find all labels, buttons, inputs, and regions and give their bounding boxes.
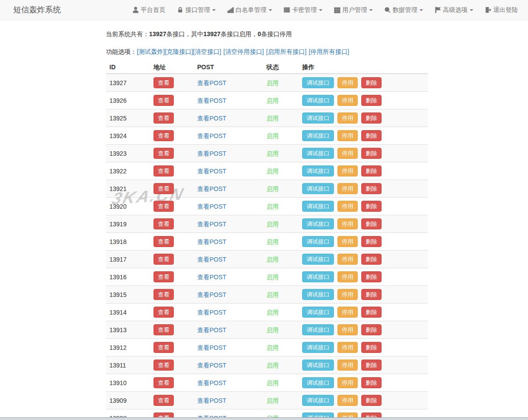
nav-item-8[interactable]: 退出登陆 xyxy=(479,0,524,20)
view-address-button[interactable]: 查看 xyxy=(154,271,174,282)
view-post-link[interactable]: 查看POST xyxy=(197,256,226,263)
view-address-button[interactable]: 查看 xyxy=(154,236,174,247)
function-link-3[interactable]: [清空接口] xyxy=(193,48,221,55)
view-post-link[interactable]: 查看POST xyxy=(197,397,226,404)
view-address-button[interactable]: 查看 xyxy=(154,165,174,176)
view-address-button[interactable]: 查看 xyxy=(154,183,174,194)
view-address-button[interactable]: 查看 xyxy=(154,95,174,106)
disable-button[interactable]: 停用 xyxy=(337,289,358,300)
view-post-link[interactable]: 查看POST xyxy=(197,326,226,334)
view-post-link[interactable]: 查看POST xyxy=(197,168,226,175)
nav-item-5[interactable]: 用户管理 xyxy=(328,0,378,20)
disable-button[interactable]: 停用 xyxy=(337,130,358,141)
disable-button[interactable]: 停用 xyxy=(337,307,358,318)
disable-button[interactable]: 停用 xyxy=(337,218,358,229)
delete-button[interactable]: 删除 xyxy=(361,289,382,300)
delete-button[interactable]: 删除 xyxy=(361,112,382,124)
disable-button[interactable]: 停用 xyxy=(337,254,358,265)
delete-button[interactable]: 删除 xyxy=(361,165,382,176)
disable-button[interactable]: 停用 xyxy=(337,271,358,282)
nav-item-7[interactable]: 高级选项 xyxy=(429,0,479,20)
debug-interface-button[interactable]: 调试接口 xyxy=(302,165,334,176)
view-post-link[interactable]: 查看POST xyxy=(197,344,226,351)
view-post-link[interactable]: 查看POST xyxy=(197,309,226,316)
function-link-5[interactable]: [启用所有接口] xyxy=(266,48,307,55)
view-post-link[interactable]: 查看POST xyxy=(197,203,226,210)
view-post-link[interactable]: 查看POST xyxy=(197,185,226,192)
delete-button[interactable]: 删除 xyxy=(361,201,382,212)
debug-interface-button[interactable]: 调试接口 xyxy=(302,271,334,282)
debug-interface-button[interactable]: 调试接口 xyxy=(302,236,334,247)
function-link-1[interactable]: [测试轰炸] xyxy=(137,48,165,55)
view-post-link[interactable]: 查看POST xyxy=(197,291,226,298)
nav-item-2[interactable]: 接口管理 xyxy=(171,0,221,20)
debug-interface-button[interactable]: 调试接口 xyxy=(302,289,334,300)
disable-button[interactable]: 停用 xyxy=(337,183,358,194)
delete-button[interactable]: 删除 xyxy=(361,342,382,353)
debug-interface-button[interactable]: 调试接口 xyxy=(302,254,334,265)
view-address-button[interactable]: 查看 xyxy=(154,77,174,88)
delete-button[interactable]: 删除 xyxy=(361,307,382,318)
disable-button[interactable]: 停用 xyxy=(337,112,358,124)
disable-button[interactable]: 停用 xyxy=(337,377,358,388)
view-address-button[interactable]: 查看 xyxy=(154,254,174,265)
debug-interface-button[interactable]: 调试接口 xyxy=(302,218,334,229)
nav-item-4[interactable]: 卡密管理 xyxy=(278,0,328,20)
view-address-button[interactable]: 查看 xyxy=(154,112,174,124)
delete-button[interactable]: 删除 xyxy=(361,130,382,141)
disable-button[interactable]: 停用 xyxy=(337,360,358,371)
disable-button[interactable]: 停用 xyxy=(337,148,358,159)
disable-button[interactable]: 停用 xyxy=(337,342,358,353)
delete-button[interactable]: 删除 xyxy=(361,324,382,335)
delete-button[interactable]: 删除 xyxy=(361,377,382,388)
view-address-button[interactable]: 查看 xyxy=(154,148,174,159)
view-address-button[interactable]: 查看 xyxy=(154,324,174,335)
disable-button[interactable]: 停用 xyxy=(337,201,358,212)
debug-interface-button[interactable]: 调试接口 xyxy=(302,324,334,335)
delete-button[interactable]: 删除 xyxy=(361,271,382,282)
debug-interface-button[interactable]: 调试接口 xyxy=(302,360,334,371)
disable-button[interactable]: 停用 xyxy=(337,236,358,247)
view-address-button[interactable]: 查看 xyxy=(154,342,174,353)
function-link-2[interactable]: [克隆接口] xyxy=(165,48,193,55)
delete-button[interactable]: 删除 xyxy=(361,236,382,247)
delete-button[interactable]: 删除 xyxy=(361,395,382,406)
view-address-button[interactable]: 查看 xyxy=(154,307,174,318)
view-post-link[interactable]: 查看POST xyxy=(197,362,226,369)
disable-button[interactable]: 停用 xyxy=(337,165,358,176)
debug-interface-button[interactable]: 调试接口 xyxy=(302,201,334,212)
debug-interface-button[interactable]: 调试接口 xyxy=(302,183,334,194)
debug-interface-button[interactable]: 调试接口 xyxy=(302,112,334,124)
view-post-link[interactable]: 查看POST xyxy=(197,97,226,104)
view-post-link[interactable]: 查看POST xyxy=(197,221,226,228)
disable-button[interactable]: 停用 xyxy=(337,77,358,88)
view-post-link[interactable]: 查看POST xyxy=(197,79,226,86)
delete-button[interactable]: 删除 xyxy=(361,77,382,88)
debug-interface-button[interactable]: 调试接口 xyxy=(302,148,334,159)
delete-button[interactable]: 删除 xyxy=(361,95,382,106)
view-address-button[interactable]: 查看 xyxy=(154,218,174,229)
view-address-button[interactable]: 查看 xyxy=(154,377,174,388)
view-post-link[interactable]: 查看POST xyxy=(197,115,226,122)
disable-button[interactable]: 停用 xyxy=(337,395,358,406)
nav-item-3[interactable]: 白名单管理 xyxy=(221,0,278,20)
view-address-button[interactable]: 查看 xyxy=(154,201,174,212)
view-address-button[interactable]: 查看 xyxy=(154,395,174,406)
debug-interface-button[interactable]: 调试接口 xyxy=(302,77,334,88)
function-link-4[interactable]: [清空停用接口] xyxy=(223,48,264,55)
view-address-button[interactable]: 查看 xyxy=(154,289,174,300)
disable-button[interactable]: 停用 xyxy=(337,324,358,335)
brand-title[interactable]: 短信轰炸系统 xyxy=(13,0,61,20)
debug-interface-button[interactable]: 调试接口 xyxy=(302,395,334,406)
disable-button[interactable]: 停用 xyxy=(337,95,358,106)
delete-button[interactable]: 删除 xyxy=(361,218,382,229)
delete-button[interactable]: 删除 xyxy=(361,183,382,194)
view-post-link[interactable]: 查看POST xyxy=(197,238,226,245)
debug-interface-button[interactable]: 调试接口 xyxy=(302,342,334,353)
view-post-link[interactable]: 查看POST xyxy=(197,379,226,386)
delete-button[interactable]: 删除 xyxy=(361,360,382,371)
view-post-link[interactable]: 查看POST xyxy=(197,132,226,139)
debug-interface-button[interactable]: 调试接口 xyxy=(302,377,334,388)
delete-button[interactable]: 删除 xyxy=(361,148,382,159)
view-address-button[interactable]: 查看 xyxy=(154,360,174,371)
